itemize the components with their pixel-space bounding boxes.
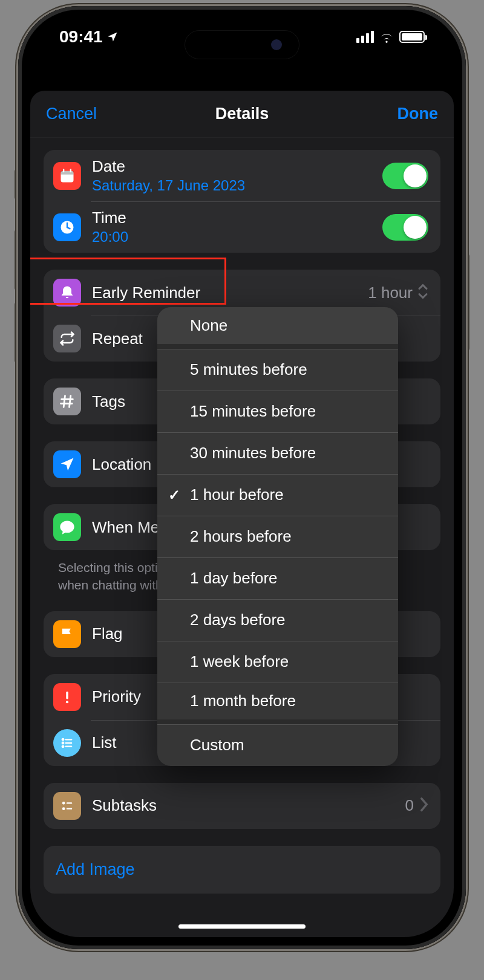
- wifi-icon: [379, 31, 394, 43]
- early-reminder-menu: None5 minutes before15 minutes before30 …: [157, 307, 398, 766]
- screen: 09:41 Cancel Details: [30, 18, 454, 937]
- dynamic-island: [185, 30, 299, 59]
- early-reminder-option[interactable]: 5 minutes before: [157, 349, 398, 391]
- early-reminder-option[interactable]: 1 month before: [157, 683, 398, 724]
- nav-bar: Cancel Details Done: [30, 91, 454, 138]
- option-label: 2 hours before: [190, 527, 292, 546]
- location-arrow-icon: [53, 450, 81, 478]
- subtasks-count: 0: [405, 796, 414, 815]
- early-reminder-value: 1 hour: [368, 284, 413, 302]
- early-reminder-option[interactable]: 1 week before: [157, 641, 398, 683]
- date-toggle[interactable]: [382, 163, 428, 189]
- option-label: 15 minutes before: [190, 402, 316, 421]
- svg-point-6: [66, 701, 68, 703]
- option-label: 2 days before: [190, 611, 286, 629]
- time-toggle[interactable]: [382, 214, 428, 241]
- location-services-icon: [106, 31, 119, 43]
- bell-icon: [53, 279, 81, 307]
- subtasks-group: Subtasks 0: [44, 783, 440, 829]
- svg-point-10: [62, 802, 65, 805]
- clock-icon: [53, 213, 81, 241]
- subtasks-row[interactable]: Subtasks 0: [44, 783, 440, 829]
- date-value: Saturday, 17 June 2023: [92, 177, 382, 194]
- option-label: 30 minutes before: [190, 444, 316, 462]
- chevron-right-icon: [420, 797, 428, 814]
- option-label: 1 day before: [190, 569, 278, 588]
- time-row[interactable]: Time 20:00: [44, 201, 440, 253]
- calendar-icon: [53, 162, 81, 190]
- number-icon: [53, 388, 81, 415]
- early-reminder-option[interactable]: 15 minutes before: [157, 391, 398, 432]
- early-reminder-option[interactable]: 2 hours before: [157, 516, 398, 557]
- option-label: 1 week before: [190, 652, 289, 671]
- checkmark-icon: ✓: [168, 487, 180, 504]
- add-image-button[interactable]: Add Image: [44, 846, 440, 894]
- early-reminder-option[interactable]: ✓1 hour before: [157, 474, 398, 516]
- early-reminder-option[interactable]: Custom: [157, 724, 398, 766]
- chevron-up-down-icon: [417, 282, 428, 303]
- svg-rect-1: [61, 170, 74, 174]
- svg-point-9: [62, 745, 64, 747]
- list-icon: [53, 729, 81, 757]
- svg-rect-11: [67, 802, 72, 803]
- option-label: Custom: [190, 736, 244, 754]
- priority-icon: [53, 683, 81, 711]
- done-button[interactable]: Done: [397, 105, 439, 123]
- home-indicator[interactable]: [178, 924, 306, 929]
- add-image-group: Add Image: [44, 846, 440, 894]
- repeat-icon: [53, 325, 81, 352]
- svg-rect-13: [67, 808, 72, 809]
- svg-rect-3: [70, 169, 71, 172]
- svg-rect-5: [66, 691, 68, 699]
- option-label: 1 month before: [190, 692, 296, 710]
- early-reminder-option[interactable]: 2 days before: [157, 599, 398, 641]
- battery-icon: [399, 31, 425, 43]
- date-time-group: Date Saturday, 17 June 2023 Time 2: [44, 150, 440, 253]
- flag-icon: [53, 620, 81, 648]
- subtasks-icon: [53, 792, 81, 820]
- early-reminder-option[interactable]: 30 minutes before: [157, 432, 398, 474]
- phone-frame: 09:41 Cancel Details: [18, 6, 466, 949]
- svg-point-8: [62, 742, 64, 744]
- cancel-button[interactable]: Cancel: [46, 105, 97, 123]
- svg-point-12: [62, 807, 65, 810]
- early-reminder-option[interactable]: 1 day before: [157, 557, 398, 599]
- date-label: Date: [92, 157, 382, 176]
- cellular-signal-icon: [356, 31, 374, 43]
- message-icon: [53, 513, 81, 541]
- option-label: 1 hour before: [190, 485, 284, 504]
- date-row[interactable]: Date Saturday, 17 June 2023: [44, 150, 440, 201]
- svg-point-7: [62, 739, 64, 740]
- early-reminder-option[interactable]: None: [157, 307, 398, 349]
- early-reminder-label: Early Reminder: [92, 284, 363, 302]
- status-time: 09:41: [59, 27, 103, 47]
- option-label: 5 minutes before: [190, 360, 307, 379]
- time-value: 20:00: [92, 229, 382, 245]
- time-label: Time: [92, 209, 382, 227]
- subtasks-label: Subtasks: [92, 796, 401, 815]
- option-label: None: [190, 316, 227, 335]
- svg-rect-2: [63, 169, 64, 172]
- details-sheet: Cancel Details Done Date Saturd: [30, 91, 454, 937]
